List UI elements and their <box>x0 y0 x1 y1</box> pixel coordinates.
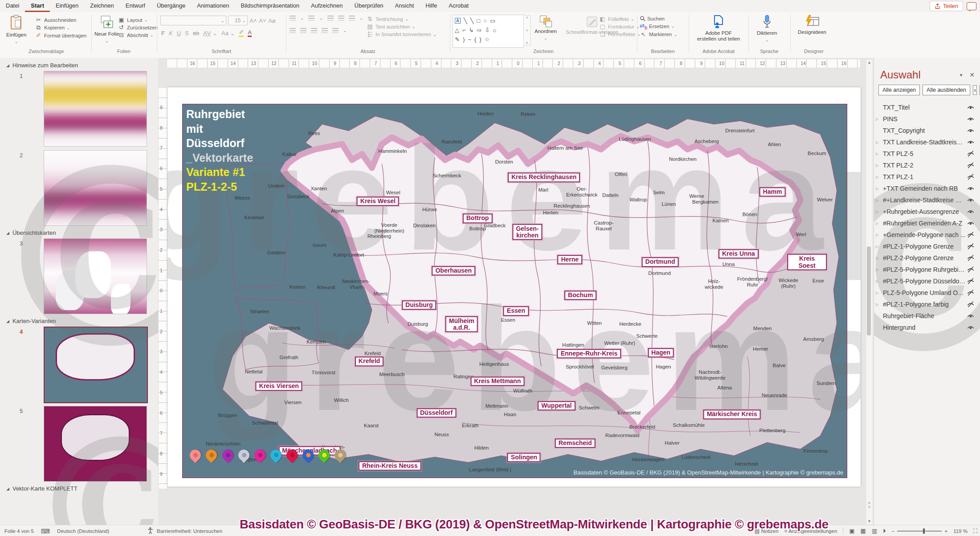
layer-name[interactable]: PINS <box>883 115 966 123</box>
dictate-button[interactable]: Diktieren ⌄ <box>757 15 777 43</box>
layer-expand-icon[interactable]: ▷ <box>876 140 881 144</box>
eye-hidden-icon[interactable] <box>966 161 976 170</box>
smartart-button[interactable]: ⬱In SmartArt konvertieren⌄ <box>366 31 437 38</box>
layer-expand-icon[interactable]: ▷ <box>876 233 881 237</box>
scrollbar-thumb[interactable] <box>867 246 871 336</box>
slide-sorter-view-button[interactable]: ▦ <box>861 528 866 534</box>
design-ideas-button[interactable]: Designideen <box>798 15 826 35</box>
ribbon-tab-hilfe[interactable]: Hilfe <box>420 0 443 12</box>
find-button[interactable]: Suchen <box>640 16 678 21</box>
slide-thumbnail-1[interactable]: 1 <box>0 71 158 146</box>
layer-row[interactable]: ▷#PLZ-1-Polygone farbig <box>874 299 980 310</box>
shape-icon[interactable]: ⇩ <box>485 27 490 33</box>
layer-row[interactable]: TXT_Copyright <box>874 125 980 136</box>
layer-name[interactable]: #PLZ-5-Polygone Düsseldorf... <box>883 278 966 285</box>
slide-thumbnail-2[interactable]: 2 <box>0 150 158 225</box>
shape-icon[interactable]: ⌂ <box>493 27 496 33</box>
shape-icon[interactable]: ) <box>463 36 465 43</box>
layer-expand-icon[interactable]: ▷ <box>876 245 881 249</box>
shape-fill-button[interactable]: ◧Fülleffekt⌄ <box>599 16 641 22</box>
align-center-icon[interactable] <box>300 28 306 33</box>
shape-icon[interactable]: } <box>479 36 481 43</box>
shape-icon[interactable]: ✎ <box>455 36 460 43</box>
eye-visible-icon[interactable] <box>966 103 976 112</box>
shape-icon[interactable]: □ <box>477 17 480 24</box>
eye-hidden-icon[interactable] <box>966 172 976 181</box>
align-left-icon[interactable] <box>290 28 296 33</box>
layer-name[interactable]: +TXT Gemeinden nach RB <box>883 185 966 192</box>
ribbon-tab-start[interactable]: Start <box>25 0 50 12</box>
layer-name[interactable]: #PLZ-5-Polygone Ruhrgebiet... <box>883 266 966 273</box>
adobe-pdf-button[interactable]: Adobe PDF erstellen und teilen <box>696 15 741 42</box>
eye-hidden-icon[interactable] <box>966 254 976 262</box>
cut-button[interactable]: ✂Ausschneiden <box>35 16 86 23</box>
shapes-gallery-scrollbar[interactable]: ˄˅≡ <box>523 15 531 45</box>
ribbon-tab-aufzeichnen[interactable]: Aufzeichnen <box>305 0 349 12</box>
layer-row[interactable]: ▷TXT PLZ-1 <box>874 171 980 183</box>
section-header[interactable]: ◢Vektor-Karte KOMPLETT <box>6 485 158 492</box>
section-header[interactable]: ◢Übersichtskarten <box>6 229 158 236</box>
zoom-slider[interactable]: − + <box>892 528 947 534</box>
layer-name[interactable]: #+Landkreise-Stadtkreise Gr... <box>883 196 966 204</box>
eye-hidden-icon[interactable] <box>966 230 976 239</box>
eye-visible-icon[interactable] <box>966 115 976 123</box>
shape-icon[interactable]: ⇨ <box>477 27 482 33</box>
align-right-icon[interactable] <box>311 28 317 33</box>
layer-expand-icon[interactable]: ▷ <box>876 175 881 179</box>
layer-expand-icon[interactable]: ▷ <box>876 164 881 168</box>
eye-visible-icon[interactable] <box>966 311 976 320</box>
underline-button[interactable]: U <box>177 30 181 37</box>
layer-row[interactable]: Hintergrund <box>874 322 980 333</box>
layer-row[interactable]: ▷+Gemeinde-Polygone nach ... <box>874 229 980 241</box>
align-text-button[interactable]: ▤Text ausrichten⌄ <box>366 23 437 30</box>
eye-hidden-icon[interactable] <box>966 242 976 251</box>
text-direction-button[interactable]: ⇅Textrichtung⌄ <box>366 16 437 22</box>
slide-thumbnail-image[interactable] <box>44 150 147 226</box>
hide-all-button[interactable]: Alle ausblenden <box>923 85 970 95</box>
slide-canvas[interactable]: grebemaps grebemaps <box>167 87 861 487</box>
layer-row[interactable]: ▷TXT PLZ-5 <box>874 148 980 160</box>
eye-hidden-icon[interactable] <box>966 277 976 286</box>
arrange-button[interactable]: Anordnen ⌄ <box>535 16 557 41</box>
reading-view-button[interactable]: ▥ <box>872 528 877 534</box>
layer-name[interactable]: TXT_Copyright <box>883 127 966 134</box>
layer-expand-icon[interactable]: ▷ <box>876 198 881 202</box>
eye-hidden-icon[interactable] <box>966 265 976 274</box>
ribbon-tab-ansicht[interactable]: Ansicht <box>389 0 420 12</box>
shape-icon[interactable]: ~ <box>468 36 471 43</box>
layer-row[interactable]: ▷#Ruhrgebiet Gemeinden A-Z <box>874 217 980 229</box>
line-spacing-icon[interactable] <box>349 16 355 20</box>
eye-hidden-icon[interactable] <box>966 300 976 309</box>
font-size-combo[interactable]: 15 ⌄ <box>228 16 248 25</box>
decrease-indent-icon[interactable] <box>327 16 334 20</box>
change-case-button[interactable]: Aa ⌄ <box>221 30 235 37</box>
layer-expand-icon[interactable]: ▷ <box>876 303 881 307</box>
layer-row[interactable]: ▷+Ruhrgebiet-Aussengrenze <box>874 206 980 217</box>
section-button[interactable]: ⊟Abschnitt⌄ <box>118 32 158 38</box>
accessibility-label[interactable]: Barrierefreiheit: Untersuchen <box>157 528 222 534</box>
layer-expand-icon[interactable]: ▷ <box>876 117 881 121</box>
eye-visible-icon[interactable] <box>966 138 976 147</box>
new-slide-button[interactable]: Neue Folie ⌄ <box>94 15 119 44</box>
eye-visible-icon[interactable] <box>966 126 976 135</box>
layer-name[interactable]: #PLZ-1-Polygone farbig <box>883 301 966 308</box>
format-painter-button[interactable]: ✐Format übertragen <box>35 32 86 39</box>
zoom-out-icon[interactable]: − <box>892 528 895 534</box>
slide-thumbnail-4[interactable]: 4 <box>0 327 158 401</box>
shape-icon[interactable]: { <box>474 36 476 43</box>
layer-row[interactable]: ▷#PLZ-5-Polygone Düsseldorf... <box>874 275 980 287</box>
strikethrough-button[interactable]: ab <box>193 30 199 37</box>
char-spacing-button[interactable]: A̲V̲ ⌄ <box>203 30 217 37</box>
ribbon-tab-einfügen[interactable]: Einfügen <box>50 0 84 12</box>
slide-thumbnail-image[interactable] <box>44 71 147 147</box>
italic-button[interactable]: K <box>169 30 173 37</box>
pane-dropdown-icon[interactable]: ▾ <box>960 72 963 78</box>
section-header[interactable]: ◢Hinweise zum Bearbeiten <box>6 62 158 69</box>
ribbon-tab-datei[interactable]: Datei <box>0 0 25 12</box>
layer-name[interactable]: TXT PLZ-5 <box>883 150 966 157</box>
layer-row[interactable]: ▷#PLZ-5-Polygone Ruhrgebiet... <box>874 264 980 275</box>
copy-button[interactable]: ⧉Kopieren⌄ <box>35 24 86 31</box>
shape-outline-button[interactable]: ▢Formkontur⌄ <box>599 23 641 30</box>
vertical-scrollbar[interactable]: ▲ ˄ ˅ ▼ <box>866 59 873 525</box>
eye-visible-icon[interactable] <box>966 184 976 193</box>
